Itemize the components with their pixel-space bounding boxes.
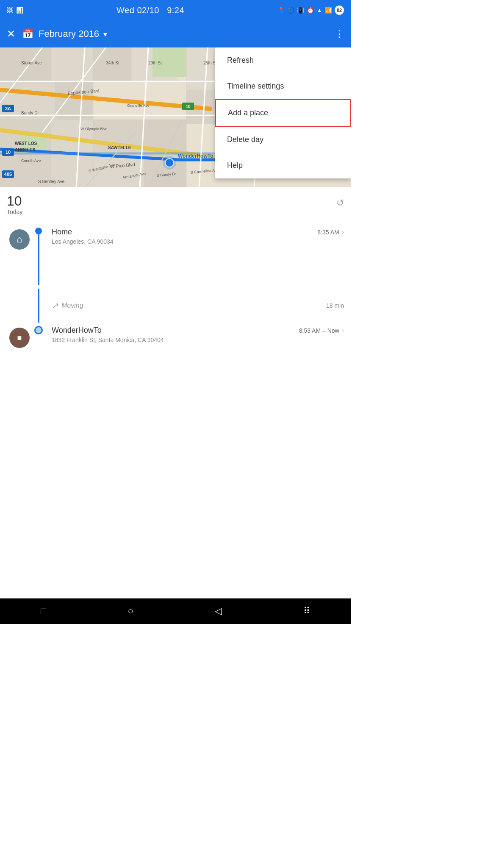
status-bar: 🖼 📊 Wed 02/10 9:24 📍 🔵 📳 ⏰ ▲ 📶 82 xyxy=(0,0,351,20)
day-header: 10 Today ↺ xyxy=(0,187,351,219)
stop-icon: ■ xyxy=(17,334,22,342)
bar-chart-icon: 📊 xyxy=(16,7,23,14)
gallery-icon: 🖼 xyxy=(7,7,13,14)
bottom-nav: □ ○ ◁ ⠿ xyxy=(0,598,351,624)
status-bar-left: 🖼 📊 xyxy=(7,7,23,14)
menu-item-delete-day[interactable]: Delete day xyxy=(215,127,351,153)
home-info[interactable]: Home 8:35 AM › Los Angeles, CA 90034 xyxy=(45,228,344,245)
home-location-row: Home 8:35 AM › xyxy=(52,228,344,236)
svg-text:34th St: 34th St xyxy=(106,61,119,65)
timeline-line-home xyxy=(38,234,39,285)
svg-text:WEST LOS: WEST LOS xyxy=(15,141,37,146)
svg-text:SAWTELLE: SAWTELLE xyxy=(108,145,131,150)
circle-icon: ○ xyxy=(128,606,133,617)
day-label: Today xyxy=(7,209,22,215)
svg-text:3A: 3A xyxy=(5,106,11,111)
timeline: ⌂ Home 8:35 AM › Los Angeles, CA 90034 xyxy=(0,219,351,360)
svg-text:WonderHowTo: WonderHowTo xyxy=(178,153,214,159)
wonderhowto-name: WonderHowTo xyxy=(52,326,102,335)
svg-text:ANGELES: ANGELES xyxy=(15,147,36,152)
status-time: Wed 02/10 9:24 xyxy=(116,6,184,15)
svg-text:Granville Ave: Granville Ave xyxy=(127,103,150,108)
battery-indicator: 82 xyxy=(335,6,344,15)
location-entry-wonderhowto: ■ WonderHowTo 8:53 AM – Now › 1832 Frank… xyxy=(7,326,344,348)
status-date: Wed 02/10 xyxy=(116,6,159,15)
home-time: 8:35 AM xyxy=(317,229,339,236)
home-icon-col: ⌂ xyxy=(7,228,32,250)
more-options-button[interactable]: ⋮ xyxy=(335,28,344,39)
moving-entry: ↗ Moving 18 min xyxy=(7,289,344,323)
refresh-icon[interactable]: ↺ xyxy=(336,198,344,209)
moving-text: Moving xyxy=(61,302,83,309)
home-icon: ⌂ xyxy=(17,234,22,245)
status-clock: 9:24 xyxy=(167,6,184,15)
menu-item-refresh[interactable]: Refresh xyxy=(215,47,351,73)
home-dot-col xyxy=(32,228,45,285)
dropdown-menu: Refresh Timeline settings Add a place De… xyxy=(215,47,351,178)
svg-text:S Bentley Ave: S Bentley Ave xyxy=(38,179,65,184)
svg-text:Bundy Dr: Bundy Dr xyxy=(21,111,39,115)
grid-icon: ⠿ xyxy=(303,606,310,617)
nav-back-button[interactable]: ◁ xyxy=(215,606,222,617)
moving-line-col xyxy=(32,289,45,323)
svg-text:Stoner Ave: Stoner Ave xyxy=(21,61,42,65)
location-entry-home: ⌂ Home 8:35 AM › Los Angeles, CA 90034 xyxy=(7,228,344,285)
svg-text:W Olympic Blvd: W Olympic Blvd xyxy=(80,127,108,131)
square-icon: □ xyxy=(41,606,46,617)
bluetooth-icon: 🔵 xyxy=(287,7,294,14)
menu-item-timeline-settings[interactable]: Timeline settings xyxy=(215,73,351,99)
svg-rect-6 xyxy=(55,81,93,120)
wonderhowto-dot-col xyxy=(32,326,45,334)
status-bar-right: 📍 🔵 📳 ⏰ ▲ 📶 82 xyxy=(277,6,344,15)
svg-text:10: 10 xyxy=(6,150,11,155)
nav-home-button[interactable]: ○ xyxy=(128,606,133,617)
alarm-icon: ⏰ xyxy=(307,7,314,14)
menu-item-help[interactable]: Help xyxy=(215,153,351,178)
svg-point-63 xyxy=(163,156,176,170)
svg-text:29th St: 29th St xyxy=(148,61,162,65)
wonderhowto-info[interactable]: WonderHowTo 8:53 AM – Now › 1832 Frankli… xyxy=(45,326,344,343)
svg-rect-2 xyxy=(51,47,93,81)
wonderhowto-icon-col: ■ xyxy=(7,326,32,348)
back-icon: ◁ xyxy=(215,606,222,617)
dropdown-arrow-icon[interactable]: ▾ xyxy=(103,30,107,39)
wonderhowto-address: 1832 Franklin St, Santa Monica, CA 90404 xyxy=(52,337,344,343)
app-header: ✕ 📅 February 2016 ▾ ⋮ xyxy=(0,20,351,47)
wonderhowto-dot xyxy=(34,326,43,334)
menu-item-add-a-place[interactable]: Add a place xyxy=(215,99,351,127)
close-button[interactable]: ✕ xyxy=(7,28,15,40)
home-address: Los Angeles, CA 90034 xyxy=(52,238,344,245)
location-icon: 📍 xyxy=(277,7,285,14)
svg-text:405: 405 xyxy=(4,172,12,177)
svg-text:10: 10 xyxy=(186,104,191,109)
home-icon-circle: ⌂ xyxy=(9,229,30,250)
moving-label: ↗ Moving xyxy=(52,301,83,310)
signal-icon: 📶 xyxy=(325,7,332,14)
moving-info: ↗ Moving 18 min xyxy=(45,301,344,310)
moving-timeline-line xyxy=(38,289,39,323)
wifi-icon: ▲ xyxy=(316,7,322,14)
home-dot xyxy=(35,228,42,234)
wonderhowto-time: 8:53 AM – Now xyxy=(299,327,339,334)
wonderhowto-location-row: WonderHowTo 8:53 AM – Now › xyxy=(52,326,344,335)
moving-duration: 18 min xyxy=(326,302,344,309)
home-chevron-icon: › xyxy=(342,228,344,236)
day-number: 10 xyxy=(7,194,22,208)
header-title-text: February 2016 xyxy=(39,28,99,39)
moving-arrow-icon: ↗ xyxy=(52,301,58,310)
home-name: Home xyxy=(52,228,72,236)
stop-icon-circle: ■ xyxy=(9,328,30,348)
vibrate-icon: 📳 xyxy=(297,7,304,14)
calendar-icon: 📅 xyxy=(22,28,33,39)
nav-grid-button[interactable]: ⠿ xyxy=(303,606,310,617)
nav-square-button[interactable]: □ xyxy=(41,606,46,617)
svg-text:Corinth Ave: Corinth Ave xyxy=(21,159,41,163)
header-title: February 2016 ▾ xyxy=(39,28,335,39)
wonderhowto-chevron-icon: › xyxy=(342,327,344,334)
